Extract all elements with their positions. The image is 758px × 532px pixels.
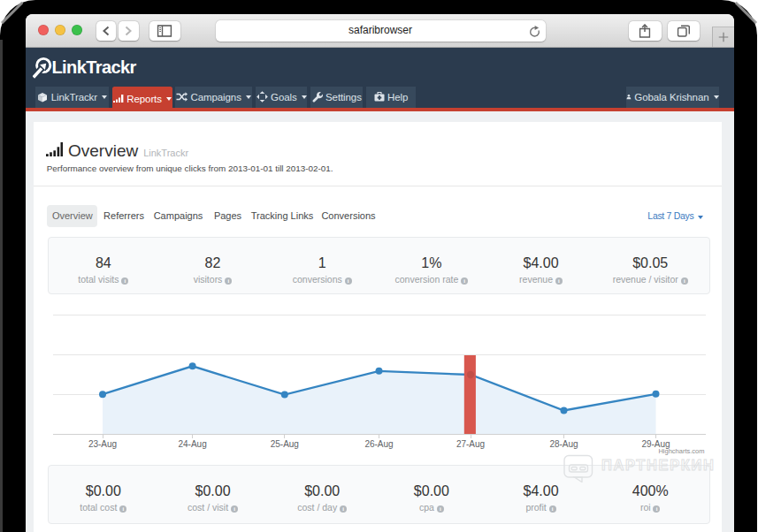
svg-text:26-Aug: 26-Aug [364, 438, 393, 448]
svg-text:27-Aug: 27-Aug [456, 438, 485, 448]
svg-text:28-Aug: 28-Aug [549, 438, 578, 448]
svg-text:24-Aug: 24-Aug [178, 438, 206, 448]
svg-text:23-Aug: 23-Aug [88, 438, 117, 448]
svg-text:25-Aug: 25-Aug [271, 438, 299, 448]
